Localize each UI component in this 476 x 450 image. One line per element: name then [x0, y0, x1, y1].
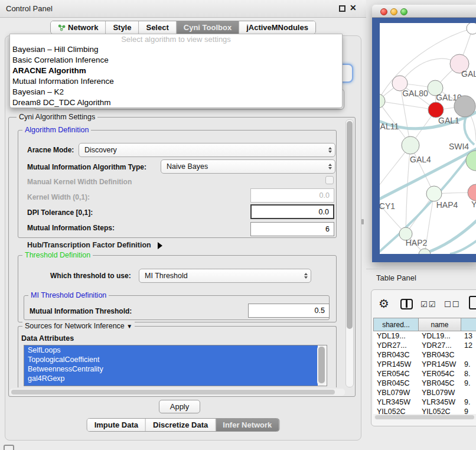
tab-select[interactable]: Select: [138, 21, 175, 34]
tab-style[interactable]: Style: [105, 21, 138, 34]
minimized-window-icon[interactable]: [4, 445, 14, 450]
node-label: GAL: [461, 69, 476, 79]
float-window-icon[interactable]: [339, 5, 345, 12]
table-row[interactable]: YLR345WYLR345W9.: [373, 397, 476, 407]
data-attributes-label: Data Attributes: [21, 334, 74, 343]
node-label: HAP2: [406, 238, 428, 247]
tab-impute-data[interactable]: Impute Data: [87, 419, 145, 431]
algorithm-option[interactable]: ARACNE Algorithm: [10, 66, 342, 76]
mi-threshold-label: Mutual Information Threshold:: [30, 307, 132, 315]
network-node[interactable]: [467, 23, 476, 34]
mi-steps-field[interactable]: 6: [250, 222, 334, 236]
panel-splitter-handle[interactable]: [361, 219, 364, 224]
document-icon[interactable]: [469, 296, 476, 309]
attribute-item-partial: [24, 383, 318, 386]
kernel-width-field[interactable]: 0.0: [250, 188, 334, 203]
attribute-item[interactable]: BetweennessCentrality: [24, 364, 318, 374]
table-row[interactable]: YPR145WYPR145W9.: [373, 360, 476, 369]
dpi-tolerance-field[interactable]: 0.0: [250, 204, 334, 219]
tab-infer-network[interactable]: Infer Network: [215, 419, 279, 431]
table-cell: [461, 388, 476, 397]
mi-steps-value: 6: [325, 225, 330, 233]
column-header[interactable]: name: [419, 318, 461, 331]
tab-jactivemnodules[interactable]: jActiveMNodules: [239, 21, 315, 34]
network-node-gal11[interactable]: [380, 94, 385, 108]
settings-vertical-scrollbar[interactable]: [345, 119, 354, 387]
mi-type-label: Mutual Information Algorithm Type:: [27, 163, 146, 171]
deselect-all-columns-icon[interactable]: ☐☐: [444, 300, 460, 309]
tab-label: Impute Data: [94, 420, 138, 429]
network-node-hap4[interactable]: [426, 186, 442, 201]
algorithm-definition-title: Algorithm Definition: [22, 126, 91, 134]
algorithm-option[interactable]: Basic Correlation Inference: [10, 55, 342, 66]
minimize-traffic-icon[interactable]: [390, 8, 397, 15]
tab-discretize-data[interactable]: Discretize Data: [145, 419, 215, 431]
table-hscroll-thumb[interactable]: [375, 415, 474, 419]
mi-type-value: Naive Bayes: [167, 162, 208, 171]
which-threshold-label: Which threshold to use:: [50, 272, 131, 280]
control-panel-title: Control Panel: [6, 4, 53, 13]
select-all-columns-icon[interactable]: ☑☑: [420, 300, 436, 309]
close-traffic-icon[interactable]: [380, 8, 387, 15]
attributes-scrollbar[interactable]: [317, 345, 326, 386]
table-cell: 8.: [461, 369, 476, 379]
network-node-gal4[interactable]: [402, 136, 419, 154]
table-cell: YBR045C: [418, 379, 461, 388]
attribute-item[interactable]: TopologicalCoefficient: [24, 355, 318, 364]
table-row[interactable]: YBR043CYBR043C: [373, 350, 476, 360]
table-row[interactable]: YER054CYER054C8.: [373, 369, 476, 379]
table-row[interactable]: YDR27...YDR27...12: [373, 341, 476, 350]
network-view-window[interactable]: GALGAL80GAL10GAL1GAL11GAL4SWI4GCY1HAP4YH…: [372, 5, 476, 262]
sources-title: Sources for Network Inference ▼: [22, 322, 135, 330]
table-row[interactable]: YBL079WYBL079W: [373, 388, 476, 397]
which-threshold-value: MI Threshold: [145, 272, 188, 280]
cyni-bottom-tabbar: Impute DataDiscretize DataInfer Network: [87, 418, 280, 432]
dpi-tolerance-label: DPI Tolerance [0,1]:: [27, 208, 93, 217]
network-canvas[interactable]: GALGAL80GAL10GAL1GAL11GAL4SWI4GCY1HAP4YH…: [380, 23, 476, 254]
algorithm-option[interactable]: Dream8 DC_TDC Algorithm: [10, 97, 342, 108]
hub-definition-expander[interactable]: Hub/Transcription Factor Definition: [27, 241, 162, 249]
expander-down-icon[interactable]: ▼: [126, 323, 132, 330]
settings-horizontal-scrollbar[interactable]: [9, 389, 345, 396]
which-threshold-select[interactable]: MI Threshold: [139, 269, 311, 283]
network-node[interactable]: [454, 96, 475, 117]
column-header[interactable]: [461, 318, 476, 331]
mi-algorithm-type-select[interactable]: Naive Bayes: [161, 159, 335, 174]
table-horizontal-scrollbar[interactable]: [374, 414, 476, 420]
manual-kernel-checkbox[interactable]: [325, 176, 334, 184]
column-view-icon[interactable]: [400, 299, 413, 309]
table-header-row: shared...name: [373, 318, 476, 331]
table-cell: YIL052C: [373, 407, 418, 414]
data-attributes-list[interactable]: SelfLoopsTopologicalCoefficientBetweenne…: [24, 345, 327, 386]
stepper-icon: [304, 273, 308, 279]
table-body[interactable]: YDL19...YDL19...13YDR27...YDR27...12YBR0…: [373, 331, 476, 414]
table-cell: YBL079W: [373, 388, 418, 397]
network-icon: [58, 24, 66, 31]
algorithm-option[interactable]: Bayesian – K2: [10, 87, 342, 97]
attribute-item[interactable]: gal4RGexp: [24, 374, 318, 383]
table-cell: 9: [461, 407, 476, 414]
apply-button[interactable]: Apply: [159, 400, 200, 413]
close-icon[interactable]: ✕: [350, 3, 357, 12]
algorithm-dropdown: Select algorithm to view settings Bayesi…: [9, 34, 343, 108]
settings-vscroll-thumb[interactable]: [347, 121, 353, 329]
zoom-traffic-icon[interactable]: [400, 8, 407, 15]
attribute-item[interactable]: SelfLoops: [24, 345, 318, 355]
algorithm-option[interactable]: Mutual Information Inference: [10, 76, 342, 87]
table-row[interactable]: YDL19...YDL19...13: [373, 331, 476, 341]
column-header[interactable]: shared...: [374, 318, 419, 331]
network-graph[interactable]: GALGAL80GAL10GAL1GAL11GAL4SWI4GCY1HAP4YH…: [380, 23, 476, 254]
algorithm-option[interactable]: Bayesian – Hill Climbing: [10, 44, 342, 55]
network-window-titlebar[interactable]: [372, 5, 476, 18]
manual-kernel-label: Manual Kernel Width Definition: [27, 178, 132, 186]
table-row[interactable]: YBR045CYBR045C9.: [373, 379, 476, 388]
aracne-mode-select[interactable]: Discovery: [79, 143, 335, 157]
tab-network[interactable]: Network: [51, 21, 105, 34]
tab-cyni-toolbox[interactable]: Cyni Toolbox: [176, 21, 239, 34]
table-row[interactable]: YIL052CYIL052C9: [373, 407, 476, 414]
attributes-scroll-thumb[interactable]: [318, 347, 325, 383]
network-node-y[interactable]: [468, 184, 476, 201]
settings-hscroll-thumb[interactable]: [11, 390, 335, 394]
mi-threshold-field[interactable]: 0.5: [248, 304, 330, 318]
gear-icon[interactable]: ⚙: [379, 296, 389, 311]
